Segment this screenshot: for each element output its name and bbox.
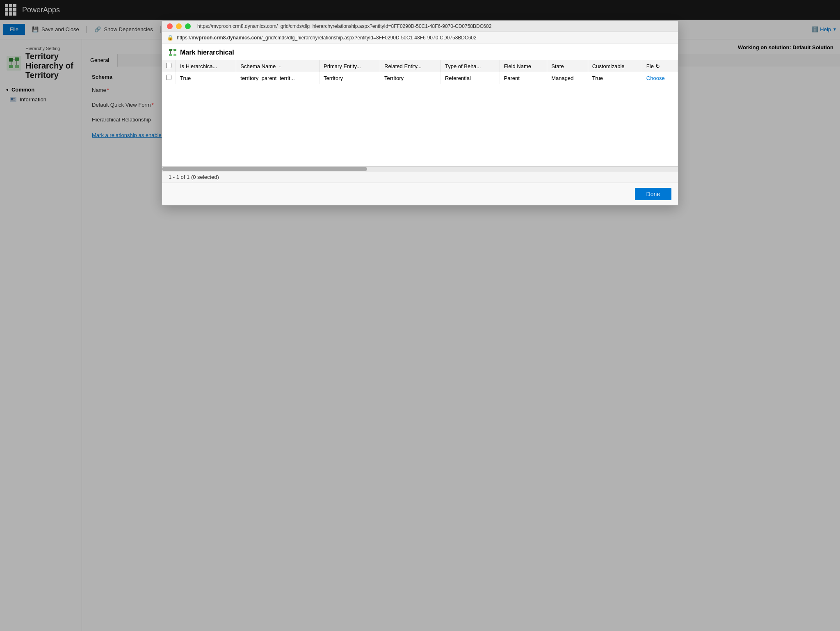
- lock-icon: 🔒: [167, 34, 173, 41]
- dialog-url-bar: 🔒 https://mvprooh.crm8.dynamics.com/_gri…: [162, 32, 678, 43]
- scrollbar-thumb[interactable]: [162, 167, 367, 171]
- select-all-checkbox[interactable]: [166, 63, 171, 68]
- row-state: Managed: [547, 72, 588, 84]
- dialog-header-row: Mark hierarchical: [162, 43, 678, 60]
- sort-icon: ↑: [279, 64, 281, 69]
- row-primary-entity: Territory: [320, 72, 380, 84]
- chrome-close-button[interactable]: [167, 23, 173, 29]
- dialog-chrome: https://mvprooh.crm8.dynamics.com/_grid/…: [162, 21, 678, 32]
- refresh-icon[interactable]: ↻: [655, 63, 660, 69]
- svg-rect-16: [173, 54, 176, 56]
- chrome-maximize-button[interactable]: [185, 23, 191, 29]
- row-is-hierarchical: True: [176, 72, 236, 84]
- col-customizable[interactable]: Customizable: [588, 60, 642, 72]
- dialog-title: Mark hierarchical: [180, 49, 234, 56]
- done-button[interactable]: Done: [635, 188, 671, 200]
- row-customizable: True: [588, 72, 642, 84]
- row-field-name: Parent: [500, 72, 547, 84]
- table-scroll-area[interactable]: Is Hierarchica... Schema Name ↑ Primary …: [162, 60, 678, 166]
- mark-hierarchical-icon: [169, 48, 177, 57]
- row-checkbox[interactable]: [166, 75, 171, 80]
- col-state[interactable]: State: [547, 60, 588, 72]
- table-header-row: Is Hierarchica... Schema Name ↑ Primary …: [162, 60, 678, 72]
- col-type-of-behavior[interactable]: Type of Beha...: [441, 60, 500, 72]
- col-field-name[interactable]: Field Name: [500, 60, 547, 72]
- horizontal-scrollbar[interactable]: [162, 166, 678, 171]
- table-row[interactable]: True territory_parent_territ... Territor…: [162, 72, 678, 84]
- col-primary-entity[interactable]: Primary Entity...: [320, 60, 380, 72]
- col-is-hierarchical[interactable]: Is Hierarchica...: [176, 60, 236, 72]
- col-checkbox[interactable]: [162, 60, 176, 72]
- chrome-minimize-button[interactable]: [176, 23, 182, 29]
- hierarchy-table: Is Hierarchica... Schema Name ↑ Primary …: [162, 60, 678, 166]
- url-text: https://mvprooh.crm8.dynamics.com/_grid/…: [177, 35, 477, 41]
- row-schema-name: territory_parent_territ...: [236, 72, 320, 84]
- dialog-window: https://mvprooh.crm8.dynamics.com/_grid/…: [162, 21, 678, 206]
- svg-rect-13: [169, 49, 172, 51]
- col-related-entity[interactable]: Related Entity...: [380, 60, 441, 72]
- dialog-actions: Done: [162, 183, 678, 205]
- col-schema-name[interactable]: Schema Name ↑: [236, 60, 320, 72]
- dialog-body: Mark hierarchical Is Hierarchica... Sche…: [162, 43, 678, 183]
- row-type-of-behavior: Referential: [441, 72, 500, 84]
- col-field[interactable]: Fie ↻: [642, 60, 678, 72]
- svg-rect-14: [173, 49, 176, 51]
- row-checkbox-cell[interactable]: [162, 72, 176, 84]
- row-related-entity: Territory: [380, 72, 441, 84]
- svg-rect-15: [169, 54, 172, 56]
- row-field-col[interactable]: Choose: [642, 72, 678, 84]
- chrome-url-text: https://mvprooh.crm8.dynamics.com/_grid/…: [197, 23, 673, 29]
- table-footer: 1 - 1 of 1 (0 selected): [162, 171, 678, 183]
